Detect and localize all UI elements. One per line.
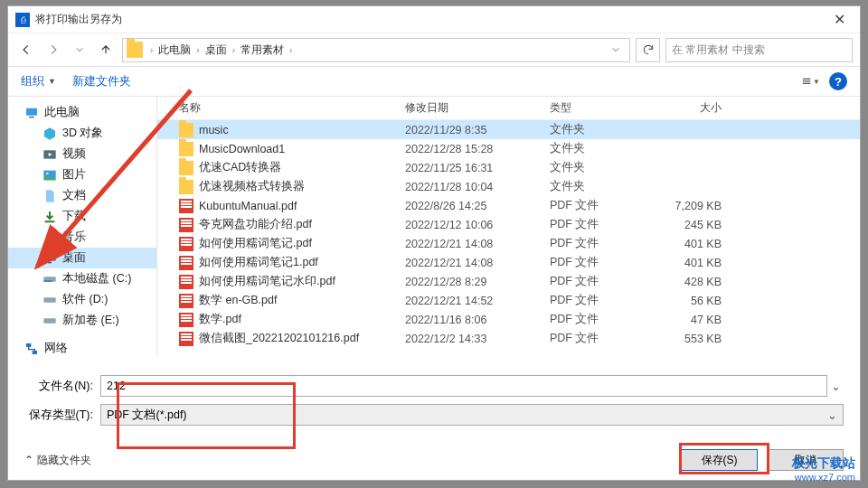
filename-label: 文件名(N):	[24, 379, 100, 394]
breadcrumb-root[interactable]: 此电脑	[156, 42, 193, 58]
file-name: 数学.pdf	[199, 312, 241, 327]
drive-icon	[42, 314, 57, 328]
tree-disk-e[interactable]: 新加卷 (E:)	[8, 310, 156, 331]
body: 此电脑 3D 对象 视频 图片 文档 下载 音乐 桌面 本地磁盘 (C:) 软件…	[8, 97, 860, 355]
filename-input[interactable]	[100, 375, 827, 397]
file-row[interactable]: 优速CAD转换器2022/11/25 16:31文件夹	[157, 158, 860, 177]
tree-disk-c[interactable]: 本地磁盘 (C:)	[8, 268, 156, 289]
pdf-icon	[179, 199, 193, 213]
refresh-button[interactable]	[636, 38, 660, 62]
file-row[interactable]: KubuntuManual.pdf2022/8/26 14:25PDF 文件7,…	[157, 196, 860, 215]
file-date: 2022/11/28 10:04	[405, 181, 550, 193]
file-date: 2022/11/25 16:31	[405, 162, 550, 174]
up-button[interactable]	[95, 39, 117, 61]
file-row[interactable]: 微信截图_20221202101216.pdf2022/12/2 14:33PD…	[157, 329, 860, 348]
document-icon	[42, 189, 57, 203]
col-size[interactable]: 大小	[658, 100, 740, 116]
file-type: PDF 文件	[550, 236, 658, 251]
file-type: PDF 文件	[550, 217, 658, 232]
back-button[interactable]	[15, 39, 37, 61]
pdf-icon	[179, 332, 193, 346]
file-name: 如何使用糯词笔记1.pdf	[199, 255, 318, 270]
col-type[interactable]: 类型	[550, 100, 658, 116]
history-dropdown[interactable]	[70, 40, 90, 60]
file-row[interactable]: 数学 en-GB.pdf2022/12/21 14:52PDF 文件56 KB	[157, 291, 860, 310]
tree-pictures[interactable]: 图片	[8, 164, 156, 185]
pdf-icon	[179, 313, 193, 327]
tree-documents[interactable]: 文档	[8, 185, 156, 206]
file-name: 优速视频格式转换器	[199, 179, 305, 194]
help-button[interactable]: ?	[829, 72, 847, 90]
tree-videos[interactable]: 视频	[8, 144, 156, 164]
view-mode-button[interactable]: ▼	[802, 74, 820, 89]
file-row[interactable]: 优速视频格式转换器2022/11/28 10:04文件夹	[157, 177, 860, 196]
tree-disk-d[interactable]: 软件 (D:)	[8, 289, 156, 310]
svg-rect-16	[26, 343, 31, 347]
drive-icon	[42, 293, 57, 307]
search-input[interactable]: 在 常用素材 中搜索	[665, 38, 853, 62]
cube-icon	[42, 127, 57, 141]
forward-button[interactable]	[42, 39, 64, 61]
svg-rect-4	[29, 117, 33, 117]
pc-icon	[24, 106, 39, 120]
svg-rect-14	[43, 297, 55, 302]
titlebar: ⎙ 将打印输出另存为 ✕	[8, 6, 860, 33]
tree-music[interactable]: 音乐	[8, 227, 156, 248]
breadcrumb-item[interactable]: 桌面	[203, 42, 229, 58]
file-date: 2022/12/28 8:29	[405, 276, 550, 288]
filetype-select[interactable]: PDF 文档(*.pdf) ⌄	[100, 404, 844, 426]
col-name[interactable]: 名称	[179, 100, 405, 116]
tree-desktop[interactable]: 桌面	[8, 248, 156, 268]
network-icon	[24, 342, 39, 356]
breadcrumb-item[interactable]: 常用素材	[239, 42, 286, 58]
tree-network[interactable]: 网络	[8, 338, 156, 355]
hide-folders-toggle[interactable]: ⌃ 隐藏文件夹	[24, 453, 91, 468]
close-button[interactable]: ✕	[819, 6, 860, 33]
pdf-icon	[179, 275, 193, 289]
file-area: 名称 修改日期 类型 大小 music2022/11/29 8:35文件夹Mus…	[157, 97, 860, 355]
file-type: PDF 文件	[550, 293, 658, 308]
file-date: 2022/11/29 8:35	[405, 124, 550, 136]
breadcrumb-dropdown[interactable]	[606, 40, 626, 60]
picture-icon	[42, 168, 57, 183]
file-type: 文件夹	[550, 141, 658, 156]
file-row[interactable]: 夸克网盘功能介绍.pdf2022/12/12 10:06PDF 文件245 KB	[157, 215, 860, 234]
file-size: 47 KB	[658, 314, 740, 326]
col-date[interactable]: 修改日期	[405, 100, 550, 116]
save-button[interactable]: 保存(S)	[681, 449, 758, 471]
file-row[interactable]: MusicDownload12022/12/28 15:28文件夹	[157, 139, 860, 158]
svg-rect-17	[33, 351, 37, 354]
file-row[interactable]: 如何使用糯词笔记水印.pdf2022/12/28 8:29PDF 文件428 K…	[157, 272, 860, 291]
file-row[interactable]: 如何使用糯词笔记1.pdf2022/12/21 14:08PDF 文件401 K…	[157, 253, 860, 272]
window-title: 将打印输出另存为	[35, 12, 122, 27]
file-row[interactable]: 如何使用糯词笔记.pdf2022/12/21 14:08PDF 文件401 KB	[157, 234, 860, 253]
filetype-row: 保存类型(T): PDF 文档(*.pdf) ⌄	[24, 404, 844, 426]
file-date: 2022/12/21 14:08	[405, 238, 550, 250]
tree-this-pc[interactable]: 此电脑	[8, 102, 156, 123]
file-type: PDF 文件	[550, 198, 658, 213]
app-icon: ⎙	[15, 13, 30, 27]
breadcrumb[interactable]: › 此电脑 › 桌面 › 常用素材 ›	[122, 38, 630, 62]
folder-icon	[179, 161, 193, 175]
new-folder-button[interactable]: 新建文件夹	[72, 73, 131, 89]
file-row[interactable]: music2022/11/29 8:35文件夹	[157, 120, 860, 139]
combo-dropdown-icon[interactable]: ⌄	[827, 380, 844, 393]
chevron-right-icon: ›	[231, 45, 237, 55]
file-name: MusicDownload1	[199, 143, 285, 155]
organize-menu[interactable]: 组织 ▼	[21, 73, 56, 89]
file-row[interactable]: 数学.pdf2022/11/16 8:06PDF 文件47 KB	[157, 310, 860, 329]
file-type: PDF 文件	[550, 331, 658, 346]
file-date: 2022/12/21 14:52	[405, 295, 550, 307]
svg-rect-3	[26, 108, 37, 115]
tree-downloads[interactable]: 下载	[8, 206, 156, 227]
drive-icon	[42, 272, 57, 286]
tree-3d-objects[interactable]: 3D 对象	[8, 123, 156, 144]
file-name: 如何使用糯词笔记.pdf	[199, 236, 312, 251]
file-date: 2022/12/12 10:06	[405, 219, 550, 231]
footer: ⌃ 隐藏文件夹 保存(S) 取消	[8, 440, 860, 480]
chevron-right-icon: ›	[194, 45, 201, 55]
save-as-dialog: ⎙ 将打印输出另存为 ✕ › 此电脑 › 桌面 › 常用素材 › 在 常用素材 …	[7, 5, 861, 481]
svg-rect-13	[43, 280, 52, 281]
svg-rect-15	[43, 318, 55, 323]
file-size: 428 KB	[658, 276, 740, 288]
